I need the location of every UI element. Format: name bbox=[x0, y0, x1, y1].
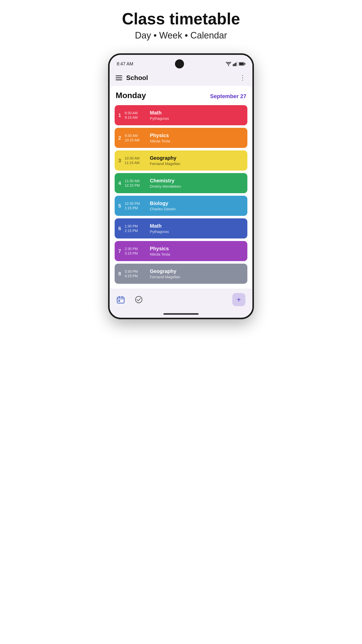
class-subject: Chemistry bbox=[150, 178, 245, 184]
class-card[interactable]: 2 9:30 AM 10:15 AM Physics Nikola Tesla bbox=[115, 128, 247, 148]
class-info: Geography Fernand Magellan bbox=[147, 268, 247, 279]
signal-icon bbox=[233, 62, 237, 66]
app-content: Monday September 27 1 8:30 AM 9:15 AM Ma… bbox=[110, 86, 252, 289]
class-teacher: Dmitriy Mendeleev bbox=[150, 184, 245, 188]
class-subject: Biology bbox=[150, 200, 245, 206]
class-start-time: 2:30 PM bbox=[125, 247, 147, 251]
class-number: 1 bbox=[115, 112, 125, 118]
class-info: Geography Fernand Magellan bbox=[147, 155, 247, 166]
class-card[interactable]: 5 12:30 PM 1:15 PM Biology Charles Darwi… bbox=[115, 196, 247, 216]
bottom-nav: + bbox=[110, 289, 252, 311]
class-start-time: 3:30 PM bbox=[125, 269, 147, 273]
class-teacher: Pythagoras bbox=[150, 229, 245, 234]
tasks-nav-icon[interactable] bbox=[135, 296, 143, 304]
class-subject: Geography bbox=[150, 268, 245, 274]
svg-rect-5 bbox=[239, 63, 244, 65]
class-teacher: Fernand Magellan bbox=[150, 162, 245, 166]
class-end-time: 3:15 PM bbox=[125, 251, 147, 255]
class-number: 5 bbox=[115, 203, 125, 209]
class-number: 3 bbox=[115, 158, 125, 164]
svg-rect-3 bbox=[237, 62, 237, 66]
class-teacher: Pythagoras bbox=[150, 116, 245, 120]
page-subtitle: Day • Week • Calendar bbox=[135, 30, 227, 41]
class-start-time: 8:30 AM bbox=[125, 111, 147, 115]
class-start-time: 11:30 AM bbox=[125, 179, 147, 183]
class-end-time: 4:15 PM bbox=[125, 274, 147, 278]
class-subject: Physics bbox=[150, 133, 245, 138]
class-card[interactable]: 6 1:30 PM 2:15 PM Math Pythagoras bbox=[115, 218, 247, 238]
class-subject: Physics bbox=[150, 246, 245, 252]
page-title: Class timetable bbox=[122, 10, 240, 28]
class-number: 8 bbox=[115, 271, 125, 277]
class-card[interactable]: 1 8:30 AM 9:15 AM Math Pythagoras bbox=[115, 105, 247, 125]
class-number: 6 bbox=[115, 226, 125, 231]
class-card[interactable]: 8 3:30 PM 4:15 PM Geography Fernand Mage… bbox=[115, 264, 247, 284]
class-times: 1:30 PM 2:15 PM bbox=[125, 224, 147, 233]
svg-rect-2 bbox=[235, 63, 236, 66]
status-icons bbox=[226, 62, 245, 66]
day-name: Monday bbox=[116, 91, 146, 100]
battery-icon bbox=[239, 62, 245, 66]
class-start-time: 9:30 AM bbox=[125, 134, 147, 138]
svg-rect-9 bbox=[119, 296, 120, 298]
class-times: 12:30 PM 1:15 PM bbox=[125, 202, 147, 210]
header-left: School bbox=[116, 74, 148, 82]
class-end-time: 1:15 PM bbox=[125, 206, 147, 210]
class-number: 2 bbox=[115, 135, 125, 141]
class-teacher: Charles Darwin bbox=[150, 207, 245, 211]
wifi-icon bbox=[226, 62, 231, 66]
class-times: 8:30 AM 9:15 AM bbox=[125, 111, 147, 119]
class-info: Math Pythagoras bbox=[147, 110, 247, 120]
class-times: 11:30 AM 12:15 PM bbox=[125, 179, 147, 187]
home-indicator bbox=[163, 313, 199, 315]
app-bar-title: School bbox=[126, 74, 148, 82]
add-button[interactable]: + bbox=[232, 293, 245, 306]
class-info: Math Pythagoras bbox=[147, 223, 247, 234]
status-bar: 8:47 AM bbox=[110, 55, 252, 71]
class-number: 4 bbox=[115, 180, 125, 186]
class-start-time: 1:30 PM bbox=[125, 224, 147, 228]
class-card[interactable]: 4 11:30 AM 12:15 PM Chemistry Dmitriy Me… bbox=[115, 173, 247, 193]
class-times: 3:30 PM 4:15 PM bbox=[125, 269, 147, 278]
svg-rect-7 bbox=[117, 297, 124, 303]
class-times: 2:30 PM 3:15 PM bbox=[125, 247, 147, 255]
class-subject: Math bbox=[150, 110, 245, 116]
class-start-time: 12:30 PM bbox=[125, 202, 147, 206]
camera-notch bbox=[175, 59, 184, 68]
svg-rect-10 bbox=[122, 296, 122, 298]
class-times: 9:30 AM 10:15 AM bbox=[125, 134, 147, 142]
class-number: 7 bbox=[115, 248, 125, 254]
more-options-icon[interactable]: ⋮ bbox=[239, 74, 246, 82]
phone-frame: 8:47 AM bbox=[108, 53, 254, 319]
nav-icons bbox=[117, 296, 143, 304]
class-list: 1 8:30 AM 9:15 AM Math Pythagoras 2 9:30… bbox=[115, 105, 247, 284]
svg-rect-6 bbox=[245, 63, 245, 65]
class-subject: Math bbox=[150, 223, 245, 229]
svg-rect-0 bbox=[233, 64, 234, 66]
class-end-time: 11:15 AM bbox=[125, 161, 147, 165]
class-end-time: 10:15 AM bbox=[125, 138, 147, 142]
class-card[interactable]: 3 10:30 AM 11:15 AM Geography Fernand Ma… bbox=[115, 150, 247, 171]
class-info: Physics Nikola Tesla bbox=[147, 246, 247, 256]
app-header: School ⋮ bbox=[110, 71, 252, 86]
class-teacher: Fernand Magellan bbox=[150, 275, 245, 279]
class-teacher: Nikola Tesla bbox=[150, 252, 245, 256]
class-info: Chemistry Dmitriy Mendeleev bbox=[147, 178, 247, 188]
class-card[interactable]: 7 2:30 PM 3:15 PM Physics Nikola Tesla bbox=[115, 241, 247, 261]
status-time: 8:47 AM bbox=[117, 61, 133, 67]
class-end-time: 9:15 AM bbox=[125, 115, 147, 119]
svg-rect-1 bbox=[234, 63, 235, 66]
class-info: Biology Charles Darwin bbox=[147, 200, 247, 211]
menu-icon[interactable] bbox=[116, 75, 122, 80]
class-start-time: 10:30 AM bbox=[125, 156, 147, 160]
day-header: Monday September 27 bbox=[115, 91, 247, 100]
svg-rect-11 bbox=[118, 300, 120, 302]
class-end-time: 12:15 PM bbox=[125, 183, 147, 187]
day-date: September 27 bbox=[210, 93, 246, 100]
calendar-nav-icon[interactable] bbox=[117, 296, 125, 304]
class-end-time: 2:15 PM bbox=[125, 229, 147, 233]
svg-rect-8 bbox=[117, 299, 124, 299]
class-info: Physics Nikola Tesla bbox=[147, 133, 247, 143]
class-teacher: Nikola Tesla bbox=[150, 139, 245, 143]
class-times: 10:30 AM 11:15 AM bbox=[125, 156, 147, 165]
